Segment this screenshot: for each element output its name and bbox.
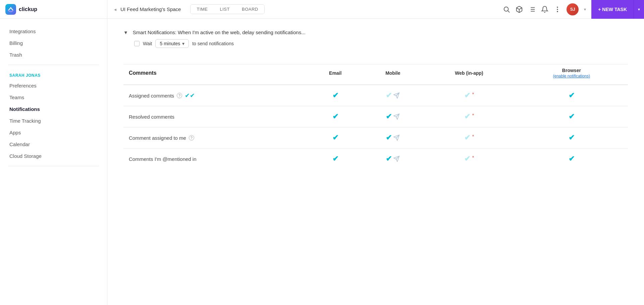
send-label: to send notifications <box>192 41 234 46</box>
send-icon <box>393 92 400 99</box>
sidebar-divider-2 <box>8 166 99 166</box>
sidebar: Integrations Billing Trash SARAH JONAS P… <box>0 19 107 305</box>
more-icon[interactable] <box>554 6 561 13</box>
web-cell-mentioned[interactable]: ✔ * <box>423 148 515 170</box>
asterisk-icon: * <box>472 113 474 118</box>
row-label-resolved-comments: Resolved comments <box>123 106 308 127</box>
topbar-icons: SJ ▾ <box>503 3 591 15</box>
svg-line-1 <box>508 11 509 12</box>
tab-board[interactable]: BOARD <box>236 5 264 14</box>
asterisk-icon: * <box>472 134 474 139</box>
tab-time[interactable]: TIME <box>191 5 214 14</box>
table-row: Assigned comments ? ✔✔ ✔ ✔ <box>123 85 628 106</box>
main-content: ▼ Smart Notifications: When I'm active o… <box>107 19 644 305</box>
check-icon: ✔ <box>569 155 575 163</box>
sidebar-item-apps[interactable]: Apps <box>0 127 107 138</box>
sidebar-item-teams[interactable]: Teams <box>0 92 107 103</box>
wait-checkbox[interactable] <box>134 41 140 46</box>
sidebar-item-time-tracking[interactable]: Time Tracking <box>0 115 107 127</box>
sidebar-item-cloud-storage[interactable]: Cloud Storage <box>0 150 107 162</box>
topbar-left: clickup <box>0 0 107 18</box>
tab-list[interactable]: LIST <box>214 5 236 14</box>
wait-row: Wait 5 minutes ▾ to send notifications <box>134 39 628 48</box>
mobile-cell-assigned-to-me[interactable]: ✔ <box>363 127 423 148</box>
col-header-mobile: Mobile <box>363 64 423 85</box>
browser-cell-assigned-to-me[interactable]: ✔ <box>515 127 628 148</box>
sidebar-item-billing[interactable]: Billing <box>0 37 107 49</box>
sidebar-item-preferences[interactable]: Preferences <box>0 80 107 92</box>
browser-cell-resolved[interactable]: ✔ <box>515 106 628 127</box>
col-header-section: Comments <box>123 64 308 85</box>
check-icon: ✔ <box>332 112 338 121</box>
avatar[interactable]: SJ <box>567 3 579 15</box>
check-icon: ✔ <box>386 112 392 121</box>
sidebar-section-label: SARAH JONAS <box>0 69 107 80</box>
wait-select[interactable]: 5 minutes ▾ <box>155 39 189 48</box>
collapse-arrow-icon[interactable]: ▼ <box>123 30 128 35</box>
smart-notif-title: Smart Notifications: When I'm active on … <box>133 29 306 35</box>
email-cell-resolved[interactable]: ✔ <box>308 106 363 127</box>
col-header-email: Email <box>308 64 363 85</box>
help-icon-assigned-comments[interactable]: ? <box>177 93 182 98</box>
smart-notif-section: ▼ Smart Notifications: When I'm active o… <box>123 29 628 64</box>
table-header-row: Comments Email Mobile Web (in-app) Brows… <box>123 64 628 85</box>
bell-icon[interactable] <box>541 6 548 13</box>
web-cell-assigned-to-me[interactable]: ✔ * <box>423 127 515 148</box>
send-icon <box>393 156 400 162</box>
avatar-dropdown-arrow[interactable]: ▾ <box>584 7 586 12</box>
browser-cell-assigned[interactable]: ✔ <box>515 85 628 106</box>
topbar-center: ◂ UI Feed Marketing's Space TIME LIST BO… <box>107 4 503 14</box>
asterisk-icon: * <box>472 92 474 97</box>
web-cell-resolved[interactable]: ✔ * <box>423 106 515 127</box>
table-row: Comments I'm @mentioned in ✔ ✔ <box>123 148 628 170</box>
check-icon: ✔ <box>569 112 575 121</box>
logo-icon <box>5 4 16 15</box>
check-icon: ✔ <box>386 155 392 163</box>
enable-notifications-link[interactable]: (enable notifications) <box>553 74 590 78</box>
list-icon[interactable] <box>528 6 536 13</box>
check-icon: ✔ <box>464 112 470 121</box>
mobile-cell-resolved[interactable]: ✔ <box>363 106 423 127</box>
logo[interactable]: clickup <box>5 4 37 15</box>
sidebar-item-integrations[interactable]: Integrations <box>0 25 107 37</box>
sidebar-item-trash[interactable]: Trash <box>0 49 107 61</box>
check-icon-light: ✔ <box>386 91 392 100</box>
double-check-icon: ✔✔ <box>185 92 195 99</box>
notifications-table: Comments Email Mobile Web (in-app) Brows… <box>123 64 628 169</box>
sidebar-divider-1 <box>8 65 99 65</box>
web-cell-assigned[interactable]: ✔ * <box>423 85 515 106</box>
view-tabs: TIME LIST BOARD <box>190 4 264 14</box>
mobile-cell-assigned[interactable]: ✔ <box>363 85 423 106</box>
back-button[interactable]: ◂ <box>114 7 116 12</box>
wait-label: Wait <box>143 41 152 46</box>
sidebar-item-calendar[interactable]: Calendar <box>0 138 107 150</box>
check-icon: ✔ <box>332 155 338 163</box>
row-label-comment-assigned-to-me: Comment assigned to me ? <box>123 127 308 148</box>
mobile-cell-mentioned[interactable]: ✔ <box>363 148 423 170</box>
table-row: Comment assigned to me ? ✔ ✔ <box>123 127 628 148</box>
search-icon[interactable] <box>503 6 510 13</box>
check-icon: ✔ <box>569 91 575 100</box>
space-title: UI Feed Marketing's Space <box>120 6 181 12</box>
email-cell-mentioned[interactable]: ✔ <box>308 148 363 170</box>
asterisk-icon: * <box>472 155 474 160</box>
email-cell-assigned-to-me[interactable]: ✔ <box>308 127 363 148</box>
wait-chevron-icon: ▾ <box>182 41 184 46</box>
svg-point-11 <box>557 11 558 12</box>
svg-point-9 <box>557 7 558 7</box>
check-icon: ✔ <box>332 91 338 100</box>
cube-icon[interactable] <box>516 6 523 13</box>
col-header-web: Web (in-app) <box>423 64 515 85</box>
row-label-assigned-comments: Assigned comments ? ✔✔ <box>123 85 308 106</box>
sidebar-item-notifications[interactable]: Notifications <box>0 103 107 115</box>
help-icon-comment-assigned[interactable]: ? <box>189 135 194 140</box>
check-icon: ✔ <box>464 91 470 100</box>
check-icon: ✔ <box>332 133 338 142</box>
check-icon: ✔ <box>569 133 575 142</box>
wait-value: 5 minutes <box>160 41 180 46</box>
email-cell-assigned[interactable]: ✔ <box>308 85 363 106</box>
new-task-button[interactable]: + NEW TASK <box>591 0 634 19</box>
browser-cell-mentioned[interactable]: ✔ <box>515 148 628 170</box>
new-task-dropdown[interactable]: ▾ <box>634 0 644 19</box>
logo-text: clickup <box>19 6 37 12</box>
